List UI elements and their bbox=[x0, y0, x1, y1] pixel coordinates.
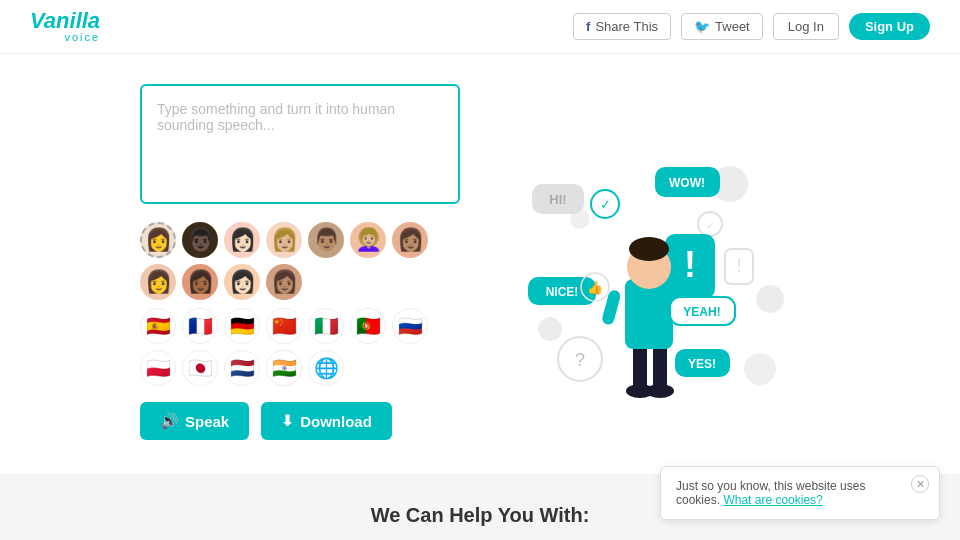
svg-text:👍: 👍 bbox=[587, 279, 604, 296]
facebook-icon: f bbox=[586, 19, 590, 34]
flag-chinese[interactable]: 🇨🇳 bbox=[266, 308, 302, 344]
download-arrow-icon: ⬇ bbox=[281, 412, 294, 430]
avatar-6[interactable]: 👩🏼‍🦱 bbox=[350, 222, 386, 258]
left-panel: 👩 👨🏿 👩🏻 👩🏼 👨🏽 👩🏼‍🦱 👩🏽 👩 👩🏾 👩🏻 👩🏽 🇪🇸 🇫🇷 🇩… bbox=[140, 84, 460, 454]
flag-italian[interactable]: 🇮🇹 bbox=[308, 308, 344, 344]
logo-voice: voice bbox=[30, 32, 100, 43]
main-content: 👩 👨🏿 👩🏻 👩🏼 👨🏽 👩🏼‍🦱 👩🏽 👩 👩🏾 👩🏻 👩🏽 🇪🇸 🇫🇷 🇩… bbox=[0, 54, 960, 474]
share-button[interactable]: f Share This bbox=[573, 13, 671, 40]
language-flags: 🇪🇸 🇫🇷 🇩🇪 🇨🇳 🇮🇹 🇵🇹 🇷🇺 🇵🇱 🇯🇵 🇳🇱 🇮🇳 🌐 bbox=[140, 308, 460, 386]
svg-rect-19 bbox=[633, 344, 647, 389]
avatar-5[interactable]: 👨🏽 bbox=[308, 222, 344, 258]
action-buttons: 🔊 Speak ⬇ Download bbox=[140, 402, 460, 440]
signup-button[interactable]: Sign Up bbox=[849, 13, 930, 40]
avatar-11[interactable]: 👩🏽 bbox=[266, 264, 302, 300]
svg-rect-21 bbox=[625, 279, 673, 349]
logo-vanilla: Vanilla bbox=[30, 10, 100, 32]
svg-text:✓: ✓ bbox=[600, 197, 611, 212]
share-label: Share This bbox=[595, 19, 658, 34]
download-label: Download bbox=[300, 413, 372, 430]
speak-label: Speak bbox=[185, 413, 229, 430]
svg-text:?: ? bbox=[575, 350, 585, 370]
flag-spanish[interactable]: 🇪🇸 bbox=[140, 308, 176, 344]
header-actions: f Share This 🐦 Tweet Log In Sign Up bbox=[573, 13, 930, 40]
svg-rect-20 bbox=[653, 344, 667, 389]
svg-rect-25 bbox=[601, 289, 622, 326]
svg-point-1 bbox=[538, 317, 562, 341]
avatar-3[interactable]: 👩🏻 bbox=[224, 222, 260, 258]
flag-japanese[interactable]: 🇯🇵 bbox=[182, 350, 218, 386]
flag-portuguese[interactable]: 🇵🇹 bbox=[350, 308, 386, 344]
flag-indian[interactable]: 🇮🇳 bbox=[266, 350, 302, 386]
cookie-close-button[interactable]: ✕ bbox=[911, 475, 929, 493]
header: Vanilla voice f Share This 🐦 Tweet Log I… bbox=[0, 0, 960, 54]
voice-avatars: 👩 👨🏿 👩🏻 👩🏼 👨🏽 👩🏼‍🦱 👩🏽 👩 👩🏾 👩🏻 👩🏽 bbox=[140, 222, 460, 300]
svg-point-23 bbox=[629, 237, 669, 261]
speak-button[interactable]: 🔊 Speak bbox=[140, 402, 249, 440]
avatar-8[interactable]: 👩 bbox=[140, 264, 176, 300]
cookie-banner: Just so you know, this website uses cook… bbox=[660, 466, 940, 520]
svg-point-2 bbox=[756, 285, 784, 313]
svg-text:!: ! bbox=[736, 256, 741, 276]
svg-point-27 bbox=[646, 384, 674, 398]
avatar-2[interactable]: 👨🏿 bbox=[182, 222, 218, 258]
right-panel: HI! WOW! ✓ ✓ ! ! NICE! bbox=[500, 84, 820, 454]
download-button[interactable]: ⬇ Download bbox=[261, 402, 392, 440]
avatar-7[interactable]: 👩🏽 bbox=[392, 222, 428, 258]
flag-french[interactable]: 🇫🇷 bbox=[182, 308, 218, 344]
illustration: HI! WOW! ✓ ✓ ! ! NICE! bbox=[520, 129, 800, 409]
flag-dutch[interactable]: 🇳🇱 bbox=[224, 350, 260, 386]
cookie-link[interactable]: What are cookies? bbox=[723, 493, 822, 507]
svg-point-4 bbox=[744, 353, 776, 385]
svg-text:HI!: HI! bbox=[549, 192, 566, 207]
avatar-4[interactable]: 👩🏼 bbox=[266, 222, 302, 258]
login-button[interactable]: Log In bbox=[773, 13, 839, 40]
logo: Vanilla voice bbox=[30, 10, 100, 43]
avatar-1[interactable]: 👩 bbox=[140, 222, 176, 258]
flag-global[interactable]: 🌐 bbox=[308, 350, 344, 386]
speaker-icon: 🔊 bbox=[160, 412, 179, 430]
svg-text:YES!: YES! bbox=[688, 357, 716, 371]
svg-text:NICE!: NICE! bbox=[546, 285, 579, 299]
speech-input[interactable] bbox=[140, 84, 460, 204]
avatar-9[interactable]: 👩🏾 bbox=[182, 264, 218, 300]
flag-german[interactable]: 🇩🇪 bbox=[224, 308, 260, 344]
svg-text:!: ! bbox=[684, 244, 696, 285]
tweet-label: Tweet bbox=[715, 19, 750, 34]
flag-polish[interactable]: 🇵🇱 bbox=[140, 350, 176, 386]
twitter-icon: 🐦 bbox=[694, 19, 710, 34]
tweet-button[interactable]: 🐦 Tweet bbox=[681, 13, 763, 40]
svg-text:✓: ✓ bbox=[706, 219, 715, 231]
avatar-10[interactable]: 👩🏻 bbox=[224, 264, 260, 300]
svg-text:WOW!: WOW! bbox=[669, 176, 705, 190]
flag-russian[interactable]: 🇷🇺 bbox=[392, 308, 428, 344]
svg-text:YEAH!: YEAH! bbox=[683, 305, 720, 319]
